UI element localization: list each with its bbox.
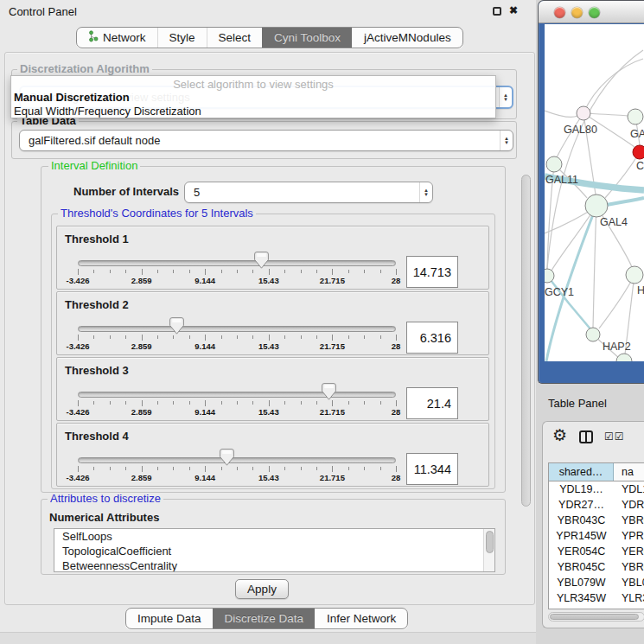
close-light-icon[interactable] <box>554 7 565 18</box>
table-row[interactable]: YPR145WYPR1 <box>549 528 644 544</box>
cell-name[interactable]: YIL0 <box>614 606 644 609</box>
cell-shared-name[interactable]: YLR345W <box>549 590 614 606</box>
cell-name[interactable]: YBR0 <box>614 559 644 575</box>
minimize-light-icon[interactable] <box>571 7 583 18</box>
network-edge[interactable] <box>545 111 577 118</box>
tick-mark <box>78 269 79 275</box>
attribute-item[interactable]: BetweennessCentrality <box>54 558 494 572</box>
network-node[interactable] <box>546 156 562 172</box>
threshold-value-field[interactable] <box>406 322 458 354</box>
number-of-intervals-combobox[interactable]: 5 ▲ ▼ <box>184 182 433 203</box>
slider-track[interactable] <box>78 260 396 266</box>
table-row[interactable]: YLR345WYLR3 <box>549 590 644 606</box>
float-window-icon[interactable] <box>493 7 501 16</box>
numerical-attributes-list[interactable]: SelfLoopsTopologicalCoefficientBetweenne… <box>54 528 495 572</box>
checkbox-icon: ☑ <box>604 430 615 443</box>
tab-jactivemnodules[interactable]: jActiveMNodules <box>352 28 462 48</box>
network-edge[interactable] <box>593 206 596 328</box>
tab-select[interactable]: Select <box>207 28 263 48</box>
tick-label: 21.715 <box>320 341 345 351</box>
tab-impute-data[interactable]: Impute Data <box>126 609 213 628</box>
network-edge[interactable] <box>545 211 590 233</box>
combo-stepper-icon[interactable]: ▲ ▼ <box>419 182 432 202</box>
table-horizontal-scrollbar[interactable] <box>548 612 644 622</box>
tab-discretize-data[interactable]: Discretize Data <box>213 609 316 628</box>
tab-cyni-toolbox[interactable]: Cyni Toolbox <box>262 28 352 48</box>
cell-shared-name[interactable]: YIL053C <box>549 606 614 609</box>
tick-mark <box>316 335 317 339</box>
cell-shared-name[interactable]: YER054C <box>549 544 614 559</box>
network-edge[interactable] <box>547 276 592 331</box>
cell-name[interactable]: YLR3 <box>614 590 644 606</box>
table-row[interactable]: YDR27…YDR2 <box>549 497 644 513</box>
close-icon[interactable]: ✖ <box>509 4 518 16</box>
network-node[interactable] <box>628 109 643 124</box>
network-view-window[interactable]: GAL80GACGAL11GAL4GCY1HHAP2 <box>538 0 644 384</box>
network-node[interactable] <box>616 354 632 361</box>
cell-shared-name[interactable]: YBL079W <box>549 575 614 590</box>
slider-thumb[interactable] <box>169 317 184 335</box>
combo-stepper-icon[interactable]: ▲ ▼ <box>499 87 512 107</box>
table-row[interactable]: YBR045CYBR0 <box>549 559 644 575</box>
cell-shared-name[interactable]: YDR27… <box>549 497 614 513</box>
network-node[interactable] <box>633 145 644 159</box>
table-horizontal-scrollbar-thumb[interactable] <box>550 614 639 620</box>
cell-shared-name[interactable]: YBR045C <box>549 559 614 575</box>
apply-button[interactable]: Apply <box>235 579 289 599</box>
table-data-combobox[interactable]: galFiltered.sif default node ▲ ▼ <box>19 130 513 151</box>
threshold-value-field[interactable] <box>406 256 458 288</box>
tick-label: 2.859 <box>131 473 152 482</box>
cell-name[interactable]: YPR1 <box>614 528 644 544</box>
cell-name[interactable]: YDR2 <box>614 497 644 513</box>
cell-shared-name[interactable]: YBR043C <box>549 513 614 528</box>
network-canvas[interactable]: GAL80GACGAL11GAL4GCY1HHAP2 <box>545 24 644 361</box>
tick-mark <box>301 270 302 273</box>
gear-icon[interactable]: ⚙ <box>552 425 567 445</box>
cell-name[interactable]: YER0 <box>614 544 644 559</box>
cell-shared-name[interactable]: YPR145W <box>549 528 614 544</box>
network-node[interactable] <box>577 106 590 120</box>
tab-style[interactable]: Style <box>157 28 207 48</box>
network-node[interactable] <box>586 328 600 341</box>
tab-infer-network[interactable]: Infer Network <box>315 609 407 628</box>
tick-mark <box>157 335 158 339</box>
slider-thumb[interactable] <box>322 383 336 400</box>
network-node[interactable] <box>585 194 608 217</box>
slider-track[interactable] <box>78 392 396 398</box>
table-row[interactable]: YIL053CYIL0 <box>549 606 644 609</box>
tick-mark <box>173 335 174 339</box>
network-node[interactable] <box>545 269 554 283</box>
network-window-titlebar[interactable] <box>539 1 644 23</box>
popup-option-equal-width-frequency[interactable]: Equal Width/Frequency Discretization <box>11 105 495 118</box>
cell-name[interactable]: YBR0 <box>614 513 644 528</box>
slider-thumb[interactable] <box>254 252 269 269</box>
tab-network[interactable]: Network <box>77 28 157 48</box>
settings-scrollbar[interactable] <box>520 163 532 572</box>
cell-name[interactable]: YBL0 <box>614 575 644 590</box>
attribute-item[interactable]: TopologicalCoefficient <box>54 544 494 558</box>
settings-scrollbar-thumb[interactable] <box>521 175 531 507</box>
table-row[interactable]: YBR043CYBR0 <box>549 513 644 528</box>
attributes-scrollbar-thumb[interactable] <box>486 531 494 553</box>
slider-track[interactable] <box>78 457 396 463</box>
combo-stepper-icon[interactable]: ▲ ▼ <box>500 131 513 150</box>
table-row[interactable]: YDL19…YDL1 <box>549 481 644 497</box>
column-header-shared-name[interactable]: shared… <box>549 463 614 481</box>
threshold-value-field[interactable] <box>406 387 458 419</box>
popup-option-manual-discretization[interactable]: Manual Discretization <box>11 91 495 105</box>
cell-name[interactable]: YDL1 <box>614 481 644 497</box>
threshold-value-field[interactable] <box>406 453 458 485</box>
slider-thumb[interactable] <box>220 449 234 466</box>
attributes-scrollbar[interactable] <box>483 529 494 571</box>
attribute-item[interactable]: SelfLoops <box>54 529 494 544</box>
cell-shared-name[interactable]: YDL19… <box>549 481 614 497</box>
select-columns-icons[interactable]: ☑☑ <box>604 430 625 443</box>
split-columns-icon[interactable] <box>579 430 593 443</box>
network-node[interactable] <box>626 266 643 284</box>
slider-track[interactable] <box>78 326 396 332</box>
zoom-light-icon[interactable] <box>589 7 600 18</box>
column-header-name[interactable]: na <box>614 463 644 481</box>
table-row[interactable]: YER054CYER0 <box>549 544 644 559</box>
table-row[interactable]: YBL079WYBL0 <box>549 575 644 590</box>
network-edge[interactable] <box>552 206 596 271</box>
